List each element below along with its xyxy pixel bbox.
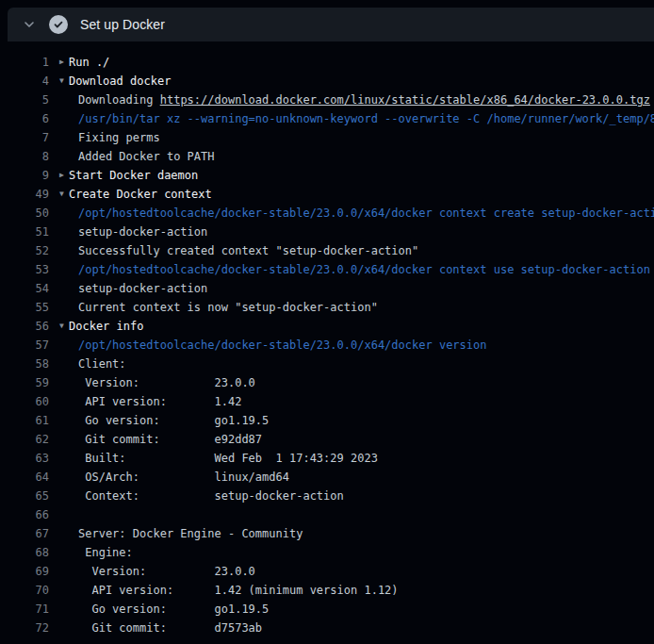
- line-number[interactable]: 68: [0, 546, 49, 559]
- log-line: 52Successfully created context "setup-do…: [0, 241, 654, 260]
- log-text-prefix: Downloading: [78, 93, 160, 107]
- command-text: /opt/hostedtoolcache/docker-stable/23.0.…: [78, 263, 650, 276]
- log-line: 8Added Docker to PATH: [0, 147, 654, 166]
- log-line: 61 Go version: go1.19.5: [0, 411, 654, 430]
- log-line: 50/opt/hostedtoolcache/docker-stable/23.…: [0, 204, 654, 223]
- log-line: 54setup-docker-action: [0, 279, 654, 298]
- log-line: 70 API version: 1.42 (minimum version 1.…: [0, 581, 654, 600]
- log-line: 72 Git commit: d7573ab: [0, 619, 654, 637]
- log-text: Git commit: e92dd87: [78, 433, 262, 446]
- log-line: 66: [0, 505, 654, 524]
- line-number[interactable]: 7: [0, 131, 49, 144]
- line-number[interactable]: 70: [0, 584, 49, 597]
- log-line: 6/usr/bin/tar xz --warning=no-unknown-ke…: [0, 109, 654, 128]
- line-number[interactable]: 57: [0, 339, 49, 352]
- line-number[interactable]: 51: [0, 225, 49, 239]
- log-line: 51setup-docker-action: [0, 223, 654, 241]
- line-number[interactable]: 59: [0, 376, 49, 389]
- log-text: Go version: go1.19.5: [78, 603, 269, 616]
- line-number[interactable]: 67: [0, 527, 49, 540]
- line-number[interactable]: 61: [0, 414, 49, 427]
- log-text: API version: 1.42: [78, 395, 241, 408]
- log-line: 71 Go version: go1.19.5: [0, 600, 654, 619]
- group-title: Create Docker context: [69, 188, 212, 201]
- triangle-down-icon[interactable]: ▼: [59, 317, 68, 336]
- log-text: Server: Docker Engine - Community: [78, 527, 302, 540]
- triangle-down-icon[interactable]: ▼: [59, 72, 68, 91]
- command-text: /opt/hostedtoolcache/docker-stable/23.0.…: [78, 339, 486, 352]
- group-title: Docker info: [69, 320, 143, 333]
- log-text: Context: setup-docker-action: [78, 489, 344, 503]
- line-number[interactable]: 5: [0, 93, 49, 107]
- step-title: Set up Docker: [80, 17, 165, 32]
- line-number[interactable]: 49: [0, 188, 49, 201]
- log-text: Version: 23.0.0: [78, 565, 255, 578]
- line-number[interactable]: 65: [0, 489, 49, 503]
- log-line: 60 API version: 1.42: [0, 392, 654, 411]
- line-number[interactable]: 4: [0, 74, 49, 88]
- log-line: 59 Version: 23.0.0: [0, 373, 654, 392]
- log-text: setup-docker-action: [78, 282, 207, 295]
- log-line: 7Fixing perms: [0, 128, 654, 147]
- log-line: 62 Git commit: e92dd87: [0, 430, 654, 449]
- command-text: /usr/bin/tar xz --warning=no-unknown-key…: [78, 112, 654, 125]
- log-group-row[interactable]: 1▶Run ./: [0, 53, 654, 72]
- line-number[interactable]: 56: [0, 320, 49, 333]
- log-group-row[interactable]: 56▼Docker info: [0, 317, 654, 336]
- log-text: Successfully created context "setup-dock…: [78, 244, 418, 257]
- line-number[interactable]: 66: [0, 508, 49, 521]
- log-text: Go version: go1.19.5: [78, 414, 269, 427]
- line-number[interactable]: 58: [0, 357, 49, 371]
- log-line: 67Server: Docker Engine - Community: [0, 524, 654, 543]
- line-number[interactable]: 69: [0, 565, 49, 578]
- log-group-row[interactable]: 49▼Create Docker context: [0, 185, 654, 204]
- log-group-row[interactable]: 4▼Download docker: [0, 72, 654, 91]
- log-group-row[interactable]: 9▶Start Docker daemon: [0, 166, 654, 185]
- triangle-right-icon[interactable]: ▶: [59, 166, 68, 185]
- log-text: Version: 23.0.0: [78, 376, 255, 389]
- log-text: Current context is now "setup-docker-act…: [78, 301, 378, 314]
- log-text: API version: 1.42 (minimum version 1.12): [78, 584, 399, 597]
- log-line: 65 Context: setup-docker-action: [0, 487, 654, 505]
- line-number[interactable]: 63: [0, 452, 49, 465]
- triangle-down-icon[interactable]: ▼: [59, 185, 68, 204]
- log-line: 69 Version: 23.0.0: [0, 562, 654, 581]
- log-line: 64 OS/Arch: linux/amd64: [0, 468, 654, 487]
- line-number[interactable]: 72: [0, 621, 49, 635]
- log-text: Downloading https://download.docker.com/…: [78, 93, 650, 107]
- line-number[interactable]: 50: [0, 206, 49, 220]
- check-circle-icon: [49, 15, 68, 34]
- log-line: 63 Built: Wed Feb 1 17:43:29 2023: [0, 449, 654, 468]
- log-text: Fixing perms: [78, 131, 160, 144]
- log-line: 68 Engine:: [0, 543, 654, 562]
- group-title: Start Docker daemon: [69, 169, 198, 182]
- log-text: Added Docker to PATH: [78, 150, 215, 163]
- line-number[interactable]: 62: [0, 433, 49, 446]
- chevron-down-icon[interactable]: [21, 16, 38, 33]
- line-number[interactable]: 1: [0, 56, 49, 69]
- log-text: Engine:: [78, 546, 133, 559]
- line-number[interactable]: 60: [0, 395, 49, 408]
- command-text: /opt/hostedtoolcache/docker-stable/23.0.…: [78, 206, 654, 220]
- download-url-link[interactable]: https://download.docker.com/linux/static…: [160, 93, 650, 107]
- triangle-right-icon[interactable]: ▶: [59, 53, 68, 72]
- line-number[interactable]: 9: [0, 169, 49, 182]
- group-title: Run ./: [69, 56, 109, 69]
- log-line: 57/opt/hostedtoolcache/docker-stable/23.…: [0, 336, 654, 355]
- log-text: Git commit: d7573ab: [78, 621, 262, 635]
- line-number[interactable]: 8: [0, 150, 49, 163]
- log-text: setup-docker-action: [78, 225, 207, 239]
- log-line: 5Downloading https://download.docker.com…: [0, 91, 654, 109]
- line-number[interactable]: 53: [0, 263, 49, 276]
- line-number[interactable]: 55: [0, 301, 49, 314]
- step-header[interactable]: Set up Docker: [8, 8, 654, 41]
- log-line: 58Client:: [0, 355, 654, 373]
- log-viewer: 1▶Run ./4▼Download docker5Downloading ht…: [0, 41, 654, 644]
- line-number[interactable]: 52: [0, 244, 49, 257]
- line-number[interactable]: 6: [0, 112, 49, 125]
- log-text: Client:: [78, 357, 126, 371]
- line-number[interactable]: 71: [0, 603, 49, 616]
- line-number[interactable]: 54: [0, 282, 49, 295]
- group-title: Download docker: [69, 74, 171, 88]
- line-number[interactable]: 64: [0, 471, 49, 484]
